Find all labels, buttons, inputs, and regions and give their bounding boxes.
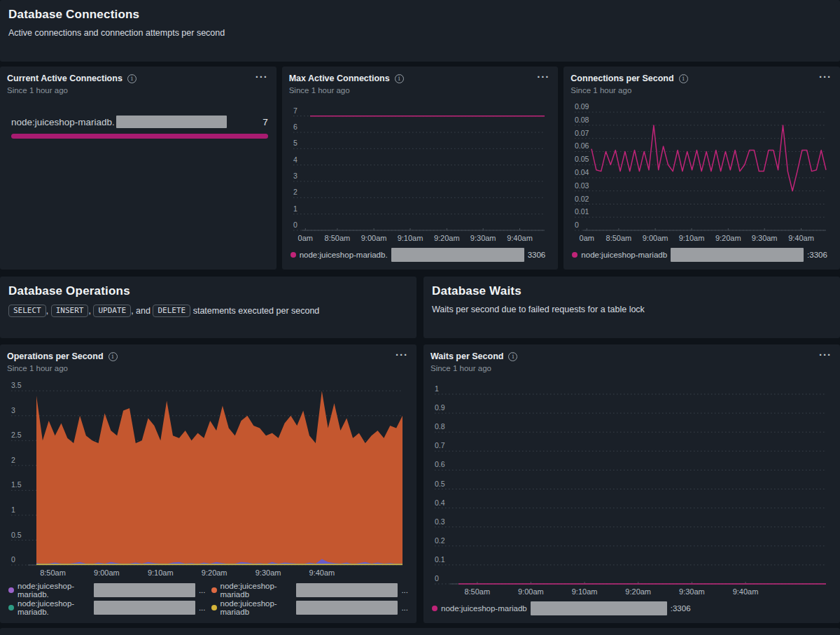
badge-insert: INSERT — [51, 305, 89, 317]
info-icon[interactable]: i — [127, 74, 136, 83]
card-operations-per-second: Operations per Second i ··· Since 1 hour… — [0, 344, 416, 623]
svg-text:0: 0 — [435, 574, 439, 582]
redacted-hostname — [391, 248, 524, 262]
svg-text:0.2: 0.2 — [435, 536, 445, 545]
svg-text:0.4: 0.4 — [435, 498, 445, 507]
legend-item[interactable]: node:juiceshop-mariadb:3306 — [432, 601, 691, 616]
svg-text:1.5: 1.5 — [11, 480, 22, 489]
svg-text:0.6: 0.6 — [435, 460, 445, 468]
legend-label: node:juiceshop-mariadb — [220, 599, 293, 616]
info-icon[interactable]: i — [395, 74, 404, 83]
legend-item[interactable]: node:juiceshop-mariadb... — [211, 582, 409, 599]
card-menu-button[interactable]: ··· — [819, 71, 832, 83]
svg-text:9:40am: 9:40am — [733, 587, 759, 596]
legend-item[interactable]: node:juiceshop-mariadb:3306 — [572, 247, 827, 263]
card-menu-button[interactable]: ··· — [537, 71, 550, 83]
svg-text:9:20am: 9:20am — [202, 568, 227, 577]
svg-text:0.06: 0.06 — [575, 141, 589, 150]
svg-text:0.08: 0.08 — [575, 116, 589, 124]
redacted-hostname — [94, 583, 195, 597]
svg-text:9:00am: 9:00am — [360, 234, 386, 242]
dimension-label: node:juiceshop-mariadb. — [11, 117, 115, 127]
chart-legend: node:juiceshop-mariadb.3306 — [289, 244, 552, 264]
legend-label: node:juiceshop-mariadb. — [18, 599, 90, 616]
card-header: Waits per Second i — [430, 351, 833, 361]
operations-per-second-chart[interactable]: 3.532.521.510.508:50am9:00am9:10am9:20am… — [7, 375, 410, 579]
svg-text:9:10am: 9:10am — [679, 234, 705, 242]
svg-text:9:40am: 9:40am — [507, 234, 533, 242]
card-current-active-connections: Current Active Connections i ··· Since 1… — [0, 67, 276, 270]
svg-text:2.5: 2.5 — [11, 431, 22, 439]
separator: , — [88, 306, 93, 316]
svg-text:0.5: 0.5 — [11, 531, 22, 539]
card-header: Operations per Second i — [7, 351, 410, 361]
svg-text:5: 5 — [293, 139, 298, 147]
redacted-hostname — [116, 116, 227, 128]
svg-text:9:30am: 9:30am — [752, 234, 778, 242]
card-title: Max Active Connections — [289, 74, 390, 83]
svg-text:9:40am: 9:40am — [788, 234, 814, 242]
legend-item[interactable]: node:juiceshop-mariadb.... — [8, 599, 206, 616]
section-title-database-connections: Database Connections — [8, 8, 832, 22]
legend-label: node:juiceshop-mariadb — [441, 604, 527, 613]
section-subtitle-database-connections: Active connections and connection attemp… — [8, 28, 832, 38]
card-title: Operations per Second — [7, 351, 104, 361]
subtitle-tail: statements executed per second — [190, 306, 319, 316]
dimension-row[interactable]: node:juiceshop-mariadb. 7 — [7, 116, 270, 128]
svg-text:1: 1 — [293, 204, 298, 213]
info-icon[interactable]: i — [108, 352, 118, 361]
card-header: Max Active Connections i — [289, 74, 552, 83]
card-timeframe: Since 1 hour ago — [7, 364, 410, 372]
connections-per-second-chart[interactable]: 0.090.080.070.060.050.040.030.020.0100am… — [570, 97, 833, 244]
legend-suffix: ... — [199, 586, 206, 594]
legend-suffix: ... — [199, 603, 206, 612]
card-connections-per-second: Connections per Second i ··· Since 1 hou… — [564, 67, 840, 270]
dashboard-page: Database Connections Active connections … — [0, 0, 840, 635]
card-menu-button[interactable]: ··· — [819, 349, 832, 361]
svg-text:0: 0 — [293, 221, 298, 229]
card-title: Connections per Second — [570, 74, 673, 83]
card-timeframe: Since 1 hour ago — [570, 86, 833, 95]
legend-suffix: :3306 — [671, 604, 691, 613]
svg-text:8:50am: 8:50am — [40, 568, 66, 577]
svg-text:0.7: 0.7 — [435, 441, 445, 449]
svg-text:8:50am: 8:50am — [606, 234, 632, 242]
info-icon[interactable]: i — [679, 74, 688, 83]
max-active-connections-chart[interactable]: 765432100am8:50am9:00am9:10am9:20am9:30a… — [289, 97, 552, 244]
svg-text:9:00am: 9:00am — [94, 568, 120, 577]
info-icon[interactable]: i — [508, 352, 517, 361]
svg-text:7: 7 — [293, 106, 298, 115]
badge-select: SELECT — [8, 305, 46, 317]
legend-dot-icon — [572, 252, 578, 258]
section-title-database-waits: Database Waits — [432, 284, 832, 298]
waits-per-second-chart[interactable]: 10.90.80.70.60.50.40.30.20.108:50am9:00a… — [430, 375, 833, 598]
card-max-active-connections: Max Active Connections i ··· Since 1 hou… — [282, 67, 559, 270]
chart-legend: node:juiceshop-mariadb:3306 — [570, 244, 833, 264]
svg-text:9:10am: 9:10am — [572, 587, 598, 596]
legend-label: node:juiceshop-mariadb — [220, 582, 293, 599]
svg-text:3: 3 — [11, 406, 15, 414]
legend-item[interactable]: node:juiceshop-mariadb.... — [8, 582, 206, 599]
section-subtitle-database-operations: SELECT, INSERT, UPDATE, and DELETE state… — [8, 305, 408, 317]
chart-legend: node:juiceshop-mariadb:3306 — [430, 598, 833, 617]
legend-item[interactable]: node:juiceshop-mariadb.3306 — [290, 247, 546, 263]
svg-text:0.8: 0.8 — [435, 422, 445, 431]
section-database-waits: Database Waits Waits per second due to f… — [424, 277, 840, 338]
legend-label: node:juiceshop-mariadb. — [300, 251, 388, 259]
dimension-value-bar — [11, 134, 268, 139]
svg-text:9:30am: 9:30am — [470, 234, 496, 242]
svg-text:8:50am: 8:50am — [464, 587, 490, 596]
section-subtitle-database-waits: Waits per second due to failed requests … — [432, 305, 832, 314]
legend-label: node:juiceshop-mariadb — [581, 251, 667, 259]
legend-suffix: ... — [401, 586, 408, 594]
card-menu-button[interactable]: ··· — [255, 71, 268, 83]
redacted-hostname — [296, 601, 398, 615]
svg-text:0.07: 0.07 — [575, 129, 589, 137]
svg-text:2: 2 — [293, 188, 298, 196]
svg-text:9:00am: 9:00am — [518, 587, 544, 596]
legend-item[interactable]: node:juiceshop-mariadb... — [211, 599, 409, 616]
card-menu-button[interactable]: ··· — [396, 349, 408, 361]
badge-delete: DELETE — [153, 305, 190, 317]
svg-text:0.04: 0.04 — [575, 168, 589, 176]
redacted-hostname — [531, 601, 667, 615]
